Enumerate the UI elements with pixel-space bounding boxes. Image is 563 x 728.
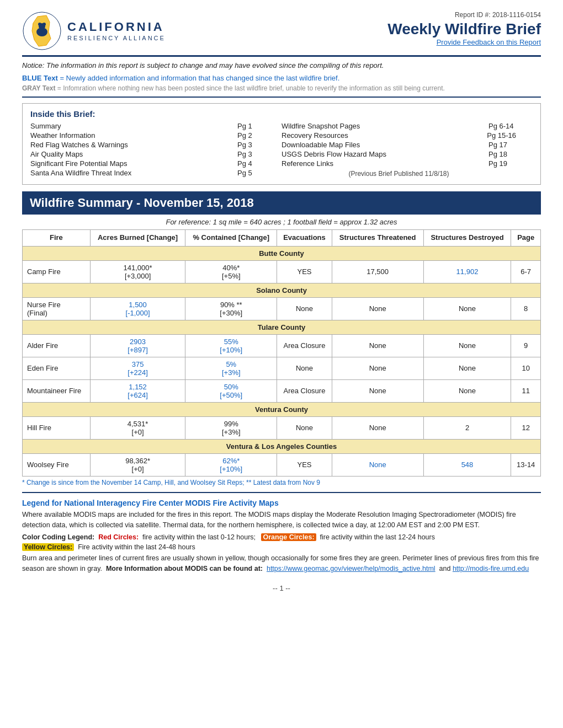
threatened-cell: None <box>332 379 423 402</box>
blue-text-desc: = Newly added information and informatio… <box>60 74 339 82</box>
legend-section: Legend for National Interagency Fire Cen… <box>22 499 541 574</box>
contained-cell: 5%[+3%] <box>185 357 277 379</box>
toc-pg: Pg 17 <box>488 141 516 149</box>
toc-row: (Previous Brief Published 11/8/18) <box>282 169 533 178</box>
page-cell: 9 <box>511 334 541 357</box>
org-main-name: CALIFORNIA <box>67 20 166 34</box>
acres-cell: 2903[+897] <box>90 334 185 357</box>
toc-row: Red Flag Watches & WarningsPg 3 <box>30 141 282 149</box>
feedback-link[interactable]: Provide Feedback on this Report <box>437 38 541 46</box>
table-header-cell: Evacuations <box>277 230 332 247</box>
threatened-cell: None <box>332 297 423 320</box>
toc-label: Reference Links <box>282 159 488 168</box>
gray-text-desc: = Infomration where nothing new has been… <box>57 84 445 92</box>
color-legend-label: Color Coding Legend: <box>22 533 94 541</box>
report-title: Weekly Wildfire Brief <box>387 21 541 38</box>
yellow-legend-line: Yellow Circles: Fire activity within the… <box>22 543 541 551</box>
modis-link1[interactable]: https://www.geomac.gov/viewer/help/modis… <box>267 565 435 572</box>
table-row: Alder Fire2903[+897]55%[+10%]Area Closur… <box>23 334 541 357</box>
evacuations-cell: YES <box>277 260 332 283</box>
org-sub-name: RESILIENCY ALLIANCE <box>67 35 166 42</box>
blue-text-line: BLUE Text = Newly added information and … <box>22 74 541 82</box>
fire-name-cell: Nurse Fire(Final) <box>23 297 91 320</box>
page-cell: 10 <box>511 357 541 379</box>
legend-divider <box>22 492 541 493</box>
toc-label: Weather Information <box>30 131 237 140</box>
table-row: Nurse Fire(Final)1,500[-1,000]90% **[+30… <box>23 297 541 320</box>
toc-pg: Pg 4 <box>237 159 265 168</box>
svg-point-5 <box>43 23 46 26</box>
page-cell: 12 <box>511 416 541 439</box>
modis-links: Burn area and perimeter lines of current… <box>22 553 541 574</box>
destroyed-cell: None <box>423 357 511 379</box>
blue-text-label: BLUE Text <box>22 74 58 82</box>
footnote-blue: * Change is since from the November 14 C… <box>22 479 541 486</box>
logo-area: CALIFORNIA RESILIENCY ALLIANCE <box>22 11 166 51</box>
gray-text-line: GRAY Text = Infomration where nothing ne… <box>22 84 541 92</box>
toc-label: Wildfire Snapshot Pages <box>282 122 488 130</box>
toc-label: Summary <box>30 122 237 130</box>
toc-pg: Pg 18 <box>488 150 516 158</box>
toc-label: Air Quality Maps <box>30 150 237 158</box>
header-divider <box>22 55 541 57</box>
toc-row: USGS Debris Flow Hazard MapsPg 18 <box>282 150 533 158</box>
red-circles-desc: fire activity within the last 0-12 hours… <box>142 533 256 541</box>
table-header-cell: Structures Destroyed <box>423 230 511 247</box>
acres-cell: 375[+224] <box>90 357 185 379</box>
contained-cell: 90% **[+30%] <box>185 297 277 320</box>
toc-pg: Pg 3 <box>237 141 265 149</box>
toc-row: Santa Ana Wildfire Threat IndexPg 5 <box>30 169 282 177</box>
page-cell: 13-14 <box>511 453 541 476</box>
county-row: Tulare County <box>23 320 541 334</box>
yellow-circles-label: Yellow Circles: <box>22 543 74 551</box>
destroyed-cell: None <box>423 297 511 320</box>
table-row: Camp Fire141,000*[+3,000]40%*[+5%]YES17,… <box>23 260 541 283</box>
gray-text-label: GRAY Text <box>22 84 55 92</box>
page-number: -- 1 -- <box>22 584 541 592</box>
header: CALIFORNIA RESILIENCY ALLIANCE Report ID… <box>22 11 541 51</box>
evacuations-cell: Area Closure <box>277 334 332 357</box>
county-row: Ventura County <box>23 402 541 416</box>
toc-pg: Pg 2 <box>237 131 265 140</box>
table-header-cell: % Contained [Change] <box>185 230 277 247</box>
toc-pg: Pg 3 <box>237 150 265 158</box>
toc-row: Air Quality MapsPg 3 <box>30 150 282 158</box>
contained-cell: 62%*[+10%] <box>185 453 277 476</box>
acres-cell: 98,362*[+0] <box>90 453 185 476</box>
toc-label: Recovery Resources <box>282 131 487 140</box>
notice-text: Notice: The information in this report i… <box>22 61 541 69</box>
yellow-circles-desc: Fire activity within the last 24-48 hour… <box>78 543 195 551</box>
destroyed-cell: None <box>423 379 511 402</box>
evacuations-cell: None <box>277 416 332 439</box>
evacuations-cell: YES <box>277 453 332 476</box>
orange-circles-desc: fire activity within the last 12-24 hour… <box>320 533 435 541</box>
modis-link2[interactable]: http://modis-fire.umd.edu <box>453 565 529 572</box>
evacuations-cell: None <box>277 357 332 379</box>
toc-pg: Pg 19 <box>488 159 516 168</box>
section-divider <box>22 97 541 98</box>
toc-pg: Pg 1 <box>237 122 265 130</box>
fire-name-cell: Woolsey Fire <box>23 453 91 476</box>
ref-line: For reference: 1 sq mile = 640 acres ; 1… <box>22 218 541 226</box>
county-name: Butte County <box>23 246 541 260</box>
contained-cell: 99%[+3%] <box>185 416 277 439</box>
page-cell: 8 <box>511 297 541 320</box>
svg-point-4 <box>38 23 41 26</box>
acres-cell: 141,000*[+3,000] <box>90 260 185 283</box>
table-header-cell: Structures Threatened <box>332 230 423 247</box>
county-row: Ventura & Los Angeles Counties <box>23 439 541 453</box>
destroyed-cell: 2 <box>423 416 511 439</box>
orange-circles-label: Orange Circles: <box>261 533 316 541</box>
toc-row: Downloadable Map FilesPg 17 <box>282 141 533 149</box>
county-row: Solano County <box>23 283 541 297</box>
toc-note: (Previous Brief Published 11/8/18) <box>282 170 516 178</box>
contained-cell: 55%[+10%] <box>185 334 277 357</box>
acres-cell: 4,531*[+0] <box>90 416 185 439</box>
legend-title: Legend for National Interagency Fire Cen… <box>22 499 541 507</box>
table-row: Hill Fire4,531*[+0]99%[+3%]NoneNone212 <box>23 416 541 439</box>
toc-right-col: Wildfire Snapshot PagesPg 6-14Recovery R… <box>282 122 533 179</box>
county-name: Ventura County <box>23 402 541 416</box>
fire-name-cell: Alder Fire <box>23 334 91 357</box>
toc-row: SummaryPg 1 <box>30 122 282 130</box>
page-cell: 6-7 <box>511 260 541 283</box>
